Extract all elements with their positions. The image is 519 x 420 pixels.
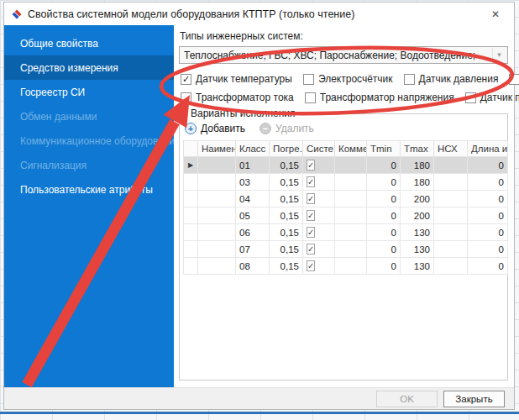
nsx-cell[interactable] <box>434 157 468 174</box>
chevron-down-icon[interactable]: ▼ <box>492 48 506 62</box>
column-header[interactable]: Tmin <box>367 141 401 157</box>
table-row[interactable]: 070,15✓01300 <box>184 241 508 258</box>
unchecked-checkbox-icon[interactable] <box>465 92 476 103</box>
name-cell[interactable] <box>198 157 236 174</box>
tmin-cell[interactable]: 0 <box>367 191 401 207</box>
tmin-cell[interactable]: 0 <box>367 224 401 241</box>
unchecked-checkbox-icon[interactable] <box>303 74 314 85</box>
nsx-cell[interactable] <box>434 258 468 275</box>
comment-cell[interactable] <box>335 241 367 258</box>
ok-button[interactable]: OK <box>376 391 438 407</box>
name-cell[interactable] <box>198 258 236 275</box>
length-cell[interactable]: 0 <box>468 157 508 174</box>
add-button[interactable]: + Добавить <box>185 123 245 134</box>
length-cell[interactable]: 0 <box>468 241 508 258</box>
delete-button[interactable]: − Удалить <box>260 123 314 134</box>
row-marker-cell[interactable] <box>184 224 198 241</box>
class-cell[interactable]: 01 <box>236 157 270 174</box>
length-cell[interactable]: 0 <box>468 224 508 241</box>
nsx-cell[interactable] <box>434 191 468 207</box>
tmin-cell[interactable]: 0 <box>367 157 401 174</box>
table-row[interactable]: 030,15✓01800 <box>184 174 508 191</box>
length-cell[interactable]: 0 <box>468 191 508 207</box>
error-cell[interactable]: 0,15 <box>270 224 303 241</box>
checkbox-option[interactable]: Датчик перепада давления <box>465 92 519 103</box>
comment-cell[interactable] <box>335 191 367 207</box>
class-cell[interactable]: 05 <box>236 207 270 224</box>
tmin-cell[interactable]: 0 <box>367 207 401 224</box>
class-cell[interactable]: 04 <box>236 191 270 207</box>
system-cell[interactable]: ✓ <box>303 157 335 174</box>
class-cell[interactable]: 07 <box>236 241 270 258</box>
row-marker-cell[interactable] <box>184 207 198 224</box>
sidebar-item-2[interactable]: Госреестр СИ <box>4 80 174 104</box>
table-row[interactable]: 060,15✓01300 <box>184 224 508 241</box>
column-header[interactable]: Tmax <box>401 141 434 157</box>
comment-cell[interactable] <box>335 224 367 241</box>
length-cell[interactable]: 0 <box>468 207 508 224</box>
error-cell[interactable]: 0,15 <box>270 207 303 224</box>
unchecked-checkbox-icon[interactable] <box>509 74 519 85</box>
column-header[interactable]: Наимен... <box>198 141 236 157</box>
sidebar-item-0[interactable]: Общие свойства <box>4 31 174 55</box>
column-header[interactable]: Систе... <box>303 141 335 157</box>
checkbox-option[interactable]: Электросчётчик <box>303 73 393 85</box>
checkbox-option[interactable]: Расходомер <box>509 73 519 85</box>
row-marker-cell[interactable] <box>184 191 198 207</box>
class-cell[interactable]: 06 <box>236 224 270 241</box>
table-row[interactable]: 050,15✓02000 <box>184 207 508 224</box>
class-cell[interactable]: 03 <box>236 174 270 191</box>
systems-combobox[interactable]: Теплоснабжение; ГВС; ХВС; Пароснабжение;… <box>179 46 508 64</box>
error-cell[interactable]: 0,15 <box>270 241 303 258</box>
comment-cell[interactable] <box>335 174 367 191</box>
tmax-cell[interactable]: 130 <box>401 241 434 258</box>
checked-checkbox-icon[interactable]: ✓ <box>181 74 191 85</box>
table-row[interactable]: 080,15✓01300 <box>184 258 508 275</box>
name-cell[interactable] <box>198 241 236 258</box>
nsx-cell[interactable] <box>434 207 468 224</box>
name-cell[interactable] <box>198 191 236 207</box>
column-header[interactable]: НСХ <box>434 141 468 157</box>
error-cell[interactable]: 0,15 <box>270 157 303 174</box>
system-cell[interactable]: ✓ <box>303 174 335 191</box>
system-cell[interactable]: ✓ <box>303 224 335 241</box>
unchecked-checkbox-icon[interactable] <box>305 92 316 103</box>
length-cell[interactable]: 0 <box>468 174 508 191</box>
column-header[interactable]: Длина и... <box>468 141 508 157</box>
nsx-cell[interactable] <box>434 224 468 241</box>
comment-cell[interactable] <box>335 258 367 275</box>
name-cell[interactable] <box>198 207 236 224</box>
row-marker-cell[interactable] <box>184 174 198 191</box>
tmax-cell[interactable]: 130 <box>401 224 434 241</box>
tmin-cell[interactable]: 0 <box>367 241 401 258</box>
length-cell[interactable]: 0 <box>468 258 508 275</box>
table-row[interactable]: ▶010,15✓01800 <box>184 157 508 174</box>
error-cell[interactable]: 0,15 <box>270 258 303 275</box>
system-cell[interactable]: ✓ <box>303 258 335 275</box>
tmax-cell[interactable]: 130 <box>401 258 434 275</box>
close-icon[interactable]: ✕ <box>485 8 506 20</box>
comment-cell[interactable] <box>335 207 367 224</box>
name-cell[interactable] <box>198 224 236 241</box>
comment-cell[interactable] <box>335 157 367 174</box>
nsx-cell[interactable] <box>434 174 468 191</box>
close-button[interactable]: Закрыть <box>443 391 505 407</box>
column-header[interactable]: Погре... <box>270 141 303 157</box>
name-cell[interactable] <box>198 174 236 191</box>
checkbox-option[interactable]: Датчик давления <box>404 73 499 85</box>
checkbox-option[interactable]: Трансформатор тока <box>181 92 294 103</box>
system-cell[interactable]: ✓ <box>303 191 335 207</box>
row-marker-cell[interactable] <box>184 258 198 275</box>
tmax-cell[interactable]: 180 <box>401 157 434 174</box>
tmin-cell[interactable]: 0 <box>367 174 401 191</box>
tmax-cell[interactable]: 180 <box>401 174 434 191</box>
tmax-cell[interactable]: 200 <box>401 191 434 207</box>
column-header[interactable]: Комме... <box>335 141 367 157</box>
error-cell[interactable]: 0,15 <box>270 174 303 191</box>
sidebar-item-1[interactable]: Средство измерения <box>4 55 174 80</box>
tmin-cell[interactable]: 0 <box>367 258 401 275</box>
checkbox-option[interactable]: ✓Датчик температуры <box>181 73 292 85</box>
sidebar-item-6[interactable]: Пользовательские атрибуты <box>4 177 174 202</box>
system-cell[interactable]: ✓ <box>303 207 335 224</box>
tmax-cell[interactable]: 200 <box>401 207 434 224</box>
